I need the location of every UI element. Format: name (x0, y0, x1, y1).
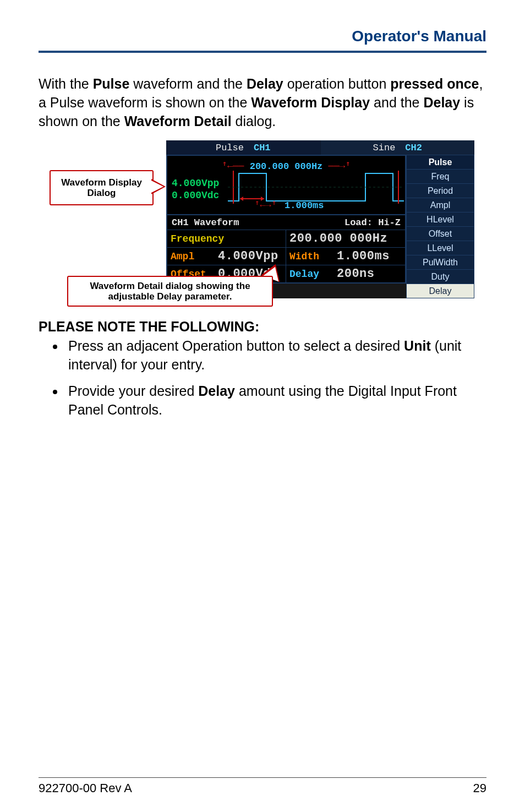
detail-label-frequency: Frequency (171, 233, 218, 244)
tab-ch2-label: CH2 (405, 143, 422, 153)
footer-rule (39, 777, 486, 778)
side-menu-item-freq[interactable]: Freq (406, 170, 474, 184)
figure: Waveform Display Dialog Pulse CH1 Sine C… (45, 140, 480, 311)
side-menu-item-offset[interactable]: Offset (406, 227, 474, 241)
intro-paragraph: With the Pulse waveform and the Delay op… (39, 75, 486, 130)
footer-page-number: 29 (473, 781, 486, 795)
callout-waveform-display-l1: Waveform Display (61, 177, 142, 188)
tab-ch1-label: CH1 (254, 143, 271, 153)
side-menu-item-llevel[interactable]: LLevel (406, 241, 474, 255)
detail-value-width: 1.000ms (337, 249, 402, 263)
detail-value-ampl: 4.000Vpp (218, 249, 282, 263)
svg-marker-4 (240, 197, 243, 201)
vpp-value: 4.000Vpp (172, 178, 219, 189)
period-annot: ꜛ←→ꜛ 1.000ms (254, 199, 324, 211)
period-annot-value: 1.000ms (285, 200, 324, 211)
detail-cell-delay[interactable]: Delay 200ns (286, 265, 405, 282)
arrow-both-icon: ꜛ←→ꜛ (254, 200, 277, 211)
side-menu-item-hlevel[interactable]: HLevel (406, 212, 474, 227)
waveform-detail-header: CH1 Waveform Load: Hi-Z (166, 215, 406, 230)
device-screen: Pulse CH1 Sine CH2 4.000Vpp 0.000Vdc ꜛ←─… (166, 140, 474, 298)
detail-value-frequency: 200.000 000Hz (289, 232, 402, 246)
tab-ch1[interactable]: Pulse CH1 (166, 140, 321, 155)
side-menu: Pulse Freq Period Ampl HLevel Offset LLe… (406, 155, 474, 298)
detail-cell-width[interactable]: Width 1.000ms (286, 247, 405, 265)
footer: 922700-00 Rev A 29 (39, 777, 486, 795)
tab-ch2[interactable]: Sine CH2 (321, 140, 475, 155)
channel-tabs: Pulse CH1 Sine CH2 (166, 140, 474, 155)
detail-header-left: CH1 Waveform (172, 217, 239, 228)
tab-ch1-waveform: Pulse (216, 143, 244, 153)
callout-waveform-display-l2: Dialog (61, 188, 142, 199)
page: Operator's Manual With the Pulse wavefor… (0, 0, 525, 812)
detail-cell-frequency-value[interactable]: 200.000 000Hz (286, 230, 405, 247)
note-heading: PLEASE NOTE THE FOLLOWING: (39, 319, 486, 335)
callout-waveform-detail-l1: Waveform Detail dialog showing the (90, 281, 250, 292)
callout-waveform-detail: Waveform Detail dialog showing the adjus… (67, 276, 273, 307)
tab-ch2-waveform: Sine (373, 143, 396, 153)
detail-header-right: Load: Hi-Z (344, 217, 401, 228)
detail-value-delay: 200ns (337, 267, 402, 281)
list-item: Provide your desired Delay amount using … (65, 382, 486, 419)
side-menu-item-ampl[interactable]: Ampl (406, 198, 474, 212)
callout-arrow-icon (151, 181, 163, 193)
side-menu-item-pulwidth[interactable]: PulWidth (406, 255, 474, 270)
detail-cell-frequency[interactable]: Frequency (167, 230, 286, 247)
callout-waveform-detail-l2: adjustable Delay parameter. (90, 291, 250, 302)
waveform-display: 4.000Vpp 0.000Vdc ꜛ←── 200.000 000Hz ──→… (166, 155, 406, 215)
side-menu-item-period[interactable]: Period (406, 184, 474, 198)
notes-list: Press an adjacent Operation button to se… (39, 337, 486, 419)
header-rule (39, 51, 486, 53)
side-menu-item-delay[interactable]: Delay (406, 284, 474, 298)
side-menu-item-duty[interactable]: Duty (406, 270, 474, 284)
detail-label-ampl: Ampl (171, 251, 218, 262)
detail-label-delay: Delay (289, 269, 337, 280)
page-header-title: Operator's Manual (39, 28, 486, 50)
callout-waveform-display: Waveform Display Dialog (50, 170, 154, 205)
side-menu-title: Pulse (406, 155, 474, 170)
detail-label-width: Width (289, 251, 337, 262)
vdc-value: 0.000Vdc (172, 190, 219, 201)
list-item: Press an adjacent Operation button to se… (65, 337, 486, 374)
footer-left: 922700-00 Rev A (39, 781, 132, 795)
